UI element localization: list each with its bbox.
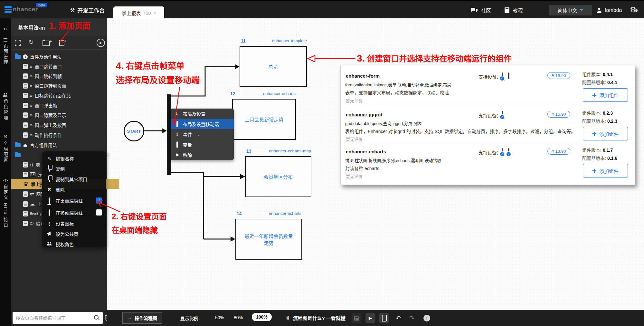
- add-component-button[interactable]: 添加组件: [583, 88, 628, 102]
- flow-window-monthly-trend[interactable]: 上月会员新增走势: [232, 99, 296, 140]
- menu-item-authorize-roles[interactable]: 授权角色: [42, 239, 106, 249]
- info-icon: i: [49, 222, 50, 226]
- check-badge-icon: [499, 114, 505, 120]
- menu-item-layout-settings[interactable]: 布局及设置: [171, 109, 234, 119]
- tab-id: 750: [143, 10, 151, 16]
- menu-item-copy-to-project[interactable]: 复制到其它项目: [42, 174, 106, 184]
- save-button[interactable]: [352, 313, 361, 323]
- flow-window-yearly-trend[interactable]: 最近一年新增会员数量走势: [235, 219, 302, 260]
- annotation-4-line1: 4.右键点击帧菜单: [116, 59, 185, 71]
- menu-item-label: 布局及设置: [183, 110, 205, 117]
- flowchart-help-label: 流程图是什么? 一看就懂: [293, 314, 345, 321]
- operate-flowchart-button[interactable]: → 操作流程图: [122, 312, 162, 324]
- frame-number: 14: [237, 211, 242, 216]
- refresh-icon[interactable]: ↻: [29, 38, 34, 46]
- add-component-button[interactable]: 添加组件: [583, 127, 628, 140]
- fullscreen-icon[interactable]: [15, 40, 21, 46]
- community-link[interactable]: 社区: [471, 1, 491, 19]
- menu-item-set-icon[interactable]: i 设置图标: [42, 218, 106, 229]
- undo-button[interactable]: ↶: [393, 313, 403, 323]
- tree-folder-events[interactable]: i 事件及动作用法: [11, 52, 111, 62]
- menu-item-set-public[interactable]: 设为公共页: [42, 229, 106, 239]
- preview-play-button[interactable]: ▶: [97, 39, 105, 47]
- tree-page[interactable]: » 窗口跳转到页面: [11, 81, 119, 91]
- flow-window-label: 会员地区分布: [264, 173, 293, 180]
- copy-icon: [49, 176, 50, 182]
- user-account[interactable]: lambda: [596, 1, 622, 19]
- menu-item-layout-settings-mobile[interactable]: 布局及设置移动端: [171, 119, 234, 129]
- language-select[interactable]: 简体中文: [549, 5, 592, 15]
- enhancer-logo[interactable]: nhancer: [5, 6, 38, 13]
- zoom-80-button[interactable]: 80%: [234, 315, 243, 320]
- annotation-4-line2: 选择布局及设置移动端: [116, 73, 200, 85]
- tree-folder-official-components[interactable]: 官方组件用法: [11, 140, 111, 150]
- menu-item-copy[interactable]: 复制: [42, 164, 106, 174]
- menu-item-delete[interactable]: ✖ 删除: [42, 184, 106, 195]
- menu-item-rename[interactable]: ✎ 编辑名称: [42, 153, 106, 164]
- tree-page[interactable]: » 窗口弹出及按回: [11, 120, 119, 130]
- tree-page[interactable]: » 动作执行条件: [11, 130, 119, 140]
- tab-close-icon[interactable]: ×: [154, 11, 156, 15]
- settings-button[interactable]: ⚙ ⚙: [630, 5, 636, 14]
- document-icon: [23, 162, 28, 168]
- document-icon: [23, 112, 28, 118]
- version-value: 0.2.3: [603, 110, 613, 116]
- redo-button[interactable]: ↷: [407, 313, 417, 323]
- zoom-50-button[interactable]: 50%: [215, 315, 224, 320]
- frame-component-name: enhancer-echarts: [245, 91, 296, 96]
- component-name-link[interactable]: enhancer-jqgrid: [346, 112, 382, 117]
- rail-item-roles[interactable]: 角色管理: [0, 92, 11, 121]
- menu-item-variables[interactable]: 变量: [171, 139, 234, 150]
- flow-window-overview[interactable]: 总览: [240, 46, 307, 87]
- folder-plus-icon: [43, 41, 50, 46]
- tree-page[interactable]: » 目标跳转页面在此: [11, 91, 119, 100]
- copyright-icon: ©: [30, 221, 33, 226]
- rail-item-global-config[interactable]: ⚒ 全局配置: [0, 134, 11, 163]
- tree-page[interactable]: » 窗口跳转窗口: [11, 62, 119, 71]
- tree-label: 增: [35, 161, 40, 168]
- menu-item-hide-on-mobile[interactable]: 在移动端隐藏: [42, 206, 106, 218]
- tree-page[interactable]: » 窗口弹出帧: [11, 101, 119, 110]
- rail-item-pages[interactable]: 页面管理: [0, 38, 11, 65]
- checkbox-unchecked[interactable]: [96, 209, 102, 216]
- user-icon: [596, 7, 602, 13]
- menu-item-events[interactable]: i 事件 →: [171, 129, 234, 139]
- run-button[interactable]: ▶: [365, 313, 375, 323]
- flow-window-region-map[interactable]: 会员地区分布: [245, 156, 311, 197]
- flow-start-node[interactable]: START: [124, 121, 144, 141]
- rail-label: 自定义 Http 接口: [2, 184, 9, 228]
- component-rating: 暂无评价: [346, 136, 363, 142]
- zoom-100-button-active[interactable]: 100%: [252, 313, 272, 321]
- add-component-button[interactable]: 添加组件: [583, 164, 628, 177]
- rail-item-http-api[interactable]: </> 自定义 Http 接口: [0, 179, 11, 228]
- component-name-link[interactable]: enhancer-form: [346, 73, 380, 79]
- tree-page[interactable]: » 窗口跳转到帧: [11, 71, 119, 81]
- tree-page[interactable]: » 窗口隐藏及显示: [11, 110, 119, 120]
- config-version-label: 配置器版本:: [582, 119, 606, 124]
- checkbox-checked[interactable]: ✓: [96, 197, 102, 204]
- menu-item-remove[interactable]: ✖ 移除: [171, 150, 234, 160]
- collapse-sidebar-button[interactable]: «: [0, 25, 11, 32]
- search-input[interactable]: [13, 312, 103, 324]
- app-window: nhancer beta ⚒ 开发工作台 掌上报表 750 × 社区 教程 简体…: [0, 0, 644, 326]
- mobile-preview-button[interactable]: [379, 313, 389, 323]
- menu-item-label: 编辑名称: [56, 155, 74, 162]
- bottom-toolbar: → 操作流程图 显示比例: 50% 80% 100% ♛ 流程图是什么? 一看就…: [107, 310, 644, 326]
- upload-button[interactable]: ↑: [422, 313, 431, 323]
- close-icon: ✖: [175, 152, 180, 158]
- workbench-title: ⚒ 开发工作台: [70, 6, 105, 14]
- component-tags: 饼图,柱状图,折线图,多序列,echarts,漏斗图,联动钻取: [345, 157, 441, 163]
- logo-bars-icon: [5, 6, 12, 13]
- tab-report[interactable]: 掌上报表 750 ×: [113, 6, 164, 19]
- wrench-icon: ⚒: [4, 134, 7, 139]
- document-icon: [23, 211, 28, 216]
- rail-label: 页面管理: [2, 43, 9, 65]
- menu-item-hide-on-desktop[interactable]: 在桌面端隐藏 ✓: [42, 195, 106, 206]
- flowchart-help-link[interactable]: ♛ 流程图是什么? 一看就懂: [286, 314, 346, 321]
- version-value: 0.1.7: [603, 148, 613, 153]
- tree-label: 窗口隐藏及显示: [35, 112, 66, 118]
- component-name-link[interactable]: enhancer-echarts: [346, 149, 386, 154]
- component-tags: form,validation,linkage,表单,联动,自动补全,数据绑定,…: [345, 82, 451, 88]
- tutorial-link[interactable]: 教程: [504, 1, 523, 19]
- project-title: 基本用法-m: [18, 24, 45, 31]
